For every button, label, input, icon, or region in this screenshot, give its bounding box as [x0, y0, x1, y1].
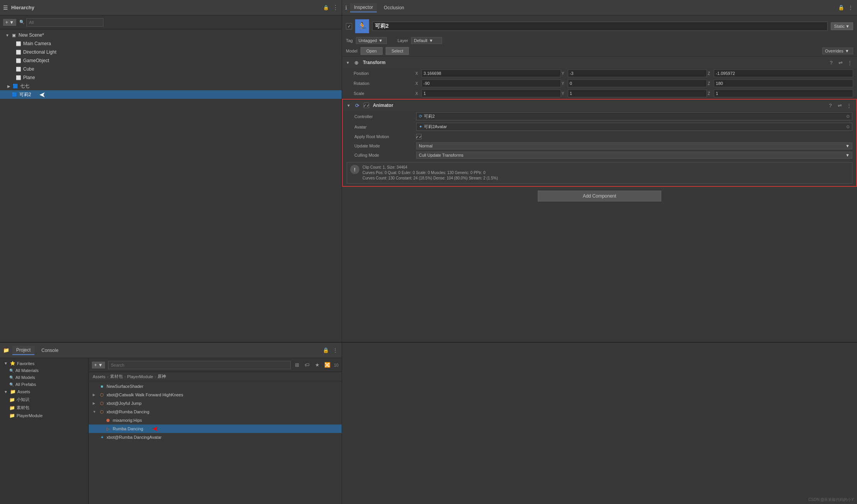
filter-icon[interactable]: 🔀: [324, 362, 331, 369]
update-mode-dropdown[interactable]: Normal ▼: [416, 142, 852, 149]
bread-yuanshen[interactable]: 原神: [158, 374, 166, 379]
bread-assets[interactable]: Assets: [93, 374, 105, 379]
sidebar-all-prefabs[interactable]: 🔍 All Prefabs: [0, 381, 88, 388]
scale-z-input[interactable]: [714, 90, 853, 97]
lock-icon[interactable]: 🔒: [322, 4, 329, 11]
project-add-button[interactable]: + ▼: [92, 362, 105, 369]
bread-playermodule[interactable]: PlayerModule: [127, 374, 153, 379]
anim-clip-icon: ▷: [105, 426, 111, 432]
file-xbot-rumba-avatar[interactable]: ✦ xbot@Rumba DancingAvatar: [89, 433, 342, 441]
animator-header[interactable]: ▼ ⟳ ✓ Animator ? ⇌ ⋮: [343, 100, 856, 111]
scale-values: X Y Z: [415, 90, 853, 97]
pos-z-field: Z: [708, 69, 853, 77]
favorites-label: Favorites: [17, 361, 34, 366]
more-icon-project[interactable]: ⋮: [332, 347, 339, 354]
active-checkbox[interactable]: [346, 23, 352, 29]
tree-item-keli2[interactable]: 🟦 可莉2 ➤: [0, 90, 342, 99]
avatar-label: Avatar: [354, 125, 416, 129]
update-mode-label: Update Mode: [354, 144, 416, 148]
sidebar-item-cailiabao[interactable]: 📁 素材包: [0, 404, 88, 412]
rot-x-field: X: [415, 79, 561, 87]
pos-x-input[interactable]: [422, 69, 561, 77]
assets-header[interactable]: ▼ 📁 Assets: [0, 388, 88, 396]
more-icon-inspector[interactable]: ⋮: [847, 4, 854, 11]
animator-header-icons: ? ⇌ ⋮: [827, 102, 852, 109]
pos-y-input[interactable]: [568, 69, 707, 77]
star-icon[interactable]: ★: [314, 362, 321, 369]
rotation-values: X Y Z: [415, 79, 853, 87]
hierarchy-header-icons: 🔒 ⋮: [322, 4, 339, 11]
file-rumba-dancing[interactable]: ▷ Rumba Dancing ➤: [89, 425, 342, 433]
overrides-dropdown[interactable]: Overrides ▼: [822, 47, 853, 54]
tag-dropdown[interactable]: Untagged ▼: [356, 37, 387, 44]
anim-icon: ⬡: [99, 400, 105, 406]
tree-item-cube[interactable]: ⬜ Cube: [0, 65, 342, 73]
model-select-button[interactable]: Select: [386, 47, 409, 55]
rot-x-input[interactable]: [422, 79, 561, 87]
scale-y-input[interactable]: [568, 90, 707, 97]
file-mixamorig-hips[interactable]: ⬟ mixamorig:Hips: [89, 416, 342, 425]
grid-icon[interactable]: ⊞: [294, 362, 301, 369]
tree-label: Main Camera: [23, 41, 51, 46]
favorites-header[interactable]: ▼ ⭐ Favorites: [0, 360, 88, 367]
animator-help-icon[interactable]: ?: [827, 102, 834, 109]
lock-icon-project[interactable]: 🔒: [322, 347, 329, 354]
transform-help-icon[interactable]: ?: [828, 59, 835, 66]
add-button[interactable]: + ▼: [3, 19, 16, 26]
folder-icon: 📁: [9, 413, 15, 418]
lock-icon-inspector[interactable]: 🔒: [838, 4, 845, 11]
sidebar-item-xiaozhi[interactable]: 📁 小知识: [0, 396, 88, 404]
tab-console[interactable]: Console: [37, 346, 62, 355]
avatar-value: 可莉2Avatar: [424, 124, 447, 130]
file-xbot-rumba[interactable]: ▼ ⬡ xbot@Rumba Dancing: [89, 408, 342, 416]
scale-y-field: Y: [562, 90, 707, 97]
assets-label: Assets: [17, 389, 30, 394]
animator-active-cb[interactable]: ✓: [364, 103, 369, 108]
culling-mode-label: Culling Mode: [354, 153, 416, 157]
transform-header[interactable]: ▼ ⊕ Transform ? ⇌ ⋮: [342, 57, 857, 68]
avatar-value-box: ✦ 可莉2Avatar ⊙: [416, 123, 852, 131]
scene-root[interactable]: ▼ ▣ New Scene*: [0, 31, 342, 39]
tree-item-qiqi[interactable]: ▶ 🟦 七七: [0, 82, 342, 90]
sidebar-all-materials[interactable]: 🔍 All Materials: [0, 367, 88, 374]
file-xbot-catwalk[interactable]: ▶ ⬡ xbot@Catwalk Walk Forward HighKnees: [89, 391, 342, 399]
file-label: xbot@Joyful Jump: [107, 401, 142, 406]
transform-settings-icon[interactable]: ⇌: [837, 59, 844, 66]
file-newsurfaceshader[interactable]: ■ NewSurfaceShader: [89, 382, 342, 391]
pos-z-input[interactable]: [714, 69, 853, 77]
avatar-ref-icon[interactable]: ⊙: [846, 124, 850, 129]
hierarchy-search[interactable]: [26, 18, 103, 27]
file-label: mixamorig:Hips: [113, 418, 142, 423]
bottom-area: 📁 Project Console 🔒 ⋮ ▼ ⭐ Favorites 🔍 Al…: [0, 342, 857, 504]
tab-project[interactable]: Project: [12, 346, 34, 355]
tree-item-dir-light[interactable]: ⬜ Directional Light: [0, 48, 342, 56]
model-open-button[interactable]: Open: [361, 47, 383, 55]
pos-y-field: Y: [562, 69, 707, 77]
tab-inspector[interactable]: Inspector: [350, 3, 377, 12]
bread-cailiabao[interactable]: 素材包: [110, 374, 123, 379]
controller-ref-icon[interactable]: ⊙: [846, 114, 850, 119]
tab-occlusion[interactable]: Occlusion: [380, 3, 408, 12]
tree-item-plane[interactable]: ⬜ Plane: [0, 73, 342, 82]
static-button[interactable]: Static ▼: [831, 22, 853, 30]
watermark: CSDN @呆呆敲代码的小Y: [808, 497, 854, 502]
culling-mode-dropdown[interactable]: Cull Update Transforms ▼: [416, 152, 852, 159]
apply-root-motion-checkbox[interactable]: ✓: [416, 134, 422, 139]
project-search[interactable]: [108, 361, 291, 369]
scale-x-input[interactable]: [422, 90, 561, 97]
tree-item-gameobject[interactable]: ⬜ GameObject: [0, 56, 342, 65]
animator-more-icon[interactable]: ⋮: [845, 102, 852, 109]
rot-y-input[interactable]: [568, 79, 707, 87]
more-icon[interactable]: ⋮: [332, 4, 339, 11]
sidebar-all-models[interactable]: 🔍 All Models: [0, 374, 88, 381]
add-component-button[interactable]: Add Component: [538, 191, 661, 201]
tag-icon[interactable]: 🏷: [304, 362, 311, 369]
object-name-input[interactable]: [372, 22, 828, 31]
tree-item-main-camera[interactable]: ⬜ Main Camera: [0, 39, 342, 48]
rot-z-input[interactable]: [714, 79, 853, 87]
transform-more-icon[interactable]: ⋮: [846, 59, 853, 66]
animator-settings-icon[interactable]: ⇌: [836, 102, 843, 109]
layer-dropdown[interactable]: Default ▼: [411, 37, 442, 44]
sidebar-item-playermodule[interactable]: 📁 PlayerModule: [0, 412, 88, 419]
file-xbot-joyful[interactable]: ▶ ⬡ xbot@Joyful Jump: [89, 399, 342, 408]
